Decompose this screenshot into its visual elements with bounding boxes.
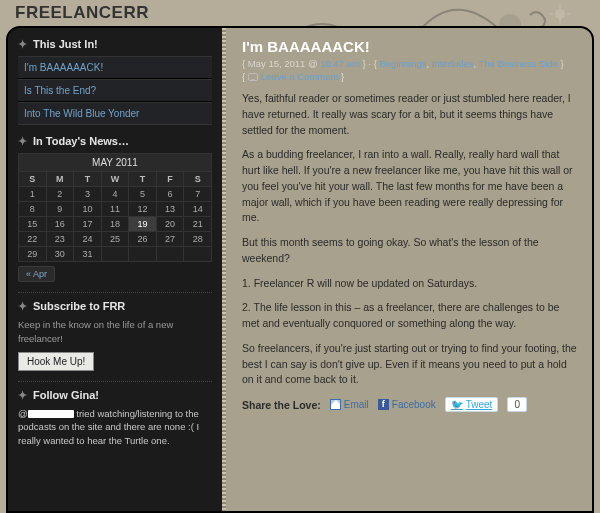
widget-title: This Just In!: [33, 38, 98, 50]
sparkle-icon: ✦: [18, 301, 28, 311]
calendar-dow: S: [184, 172, 212, 187]
twitter-icon: 🐦: [451, 399, 463, 410]
recent-post-link[interactable]: I'm BAAAAAACK!: [18, 56, 212, 79]
share-label: Share the Love:: [242, 399, 321, 411]
post-meta: { May 15, 2011 @ 10:47 am } · { Beginnin…: [242, 58, 578, 69]
brace: }: [338, 71, 344, 82]
leave-comment-link[interactable]: Leave a Comment: [261, 71, 339, 82]
calendar-day[interactable]: 6: [156, 187, 184, 202]
paragraph: So freelancers, if you're just starting …: [242, 341, 578, 388]
subscribe-button[interactable]: Hook Me Up!: [18, 352, 94, 371]
calendar-day[interactable]: 4: [101, 187, 129, 202]
recent-post-link[interactable]: Is This the End?: [18, 79, 212, 102]
calendar-day[interactable]: 23: [46, 232, 74, 247]
recent-post-link[interactable]: Into The Wild Blue Yonder: [18, 102, 212, 125]
widget-title: In Today's News…: [33, 135, 129, 147]
separator: [18, 292, 212, 293]
category-link[interactable]: Beginnings: [380, 58, 427, 69]
content-frame: ✦ This Just In! I'm BAAAAAACK! Is This t…: [6, 26, 594, 513]
calendar-day[interactable]: 26: [129, 232, 157, 247]
follow-tweet-text: @ tried watching/listening to the podcas…: [18, 407, 212, 448]
calendar-day[interactable]: 2: [46, 187, 74, 202]
calendar-day[interactable]: 28: [184, 232, 212, 247]
calendar-day[interactable]: 13: [156, 202, 184, 217]
calendar-day[interactable]: 19: [129, 217, 157, 232]
calendar-dow: W: [101, 172, 129, 187]
site-title[interactable]: FREELANCERR: [15, 3, 585, 23]
share-email-text: Email: [344, 399, 369, 410]
recent-posts-list: I'm BAAAAAACK! Is This the End? Into The…: [18, 56, 212, 125]
calendar-table: MAY 2011 SMTWTFS 12345678910111213141516…: [18, 153, 212, 262]
widget-follow: ✦ Follow Gina! @ tried watching/listenin…: [18, 389, 212, 448]
sparkle-icon: ✦: [18, 136, 28, 146]
sparkle-icon: ✦: [18, 39, 28, 49]
paragraph: As a budding freelancer, I ran into a wa…: [242, 147, 578, 226]
mail-icon: [330, 399, 341, 410]
widget-subscribe: ✦ Subscribe to FRR Keep in the know on t…: [18, 300, 212, 371]
share-row: Share the Love: Email f Facebook 🐦 Tweet…: [242, 397, 578, 412]
calendar-day[interactable]: 30: [46, 247, 74, 262]
post-comments-meta: { Leave a Comment }: [242, 71, 578, 82]
calendar-dow: T: [74, 172, 102, 187]
calendar-dow: T: [129, 172, 157, 187]
calendar-day[interactable]: 8: [19, 202, 47, 217]
calendar-day[interactable]: 15: [19, 217, 47, 232]
widget-title: Follow Gina!: [33, 389, 99, 401]
post-date: May 15, 2011: [248, 58, 306, 69]
main-content: I'm BAAAAAACK! { May 15, 2011 @ 10:47 am…: [222, 28, 592, 511]
comment-icon: [248, 73, 258, 81]
calendar-dow: S: [19, 172, 47, 187]
post-time-link[interactable]: 10:47 am: [320, 58, 360, 69]
tweet-button[interactable]: 🐦 Tweet: [445, 397, 499, 412]
share-email-link[interactable]: Email: [330, 399, 369, 410]
calendar-day[interactable]: 11: [101, 202, 129, 217]
calendar-day[interactable]: 12: [129, 202, 157, 217]
calendar-dow: M: [46, 172, 74, 187]
calendar-day[interactable]: 7: [184, 187, 212, 202]
calendar-day[interactable]: 10: [74, 202, 102, 217]
calendar-day[interactable]: 21: [184, 217, 212, 232]
brace: {: [242, 71, 248, 82]
brace-sep: } · {: [363, 58, 380, 69]
calendar-day: [184, 247, 212, 262]
sidebar: ✦ This Just In! I'm BAAAAAACK! Is This t…: [8, 28, 222, 511]
calendar-day[interactable]: 20: [156, 217, 184, 232]
sparkle-icon: ✦: [18, 390, 28, 400]
calendar-day[interactable]: 3: [74, 187, 102, 202]
category-link[interactable]: The Business Side: [479, 58, 558, 69]
tweet-text: Tweet: [466, 399, 493, 410]
calendar-day[interactable]: 18: [101, 217, 129, 232]
paragraph: Yes, faithful reader or sometimes reader…: [242, 91, 578, 138]
calendar-day: [129, 247, 157, 262]
brace: }: [558, 58, 564, 69]
subscribe-desc: Keep in the know on the life of a new fr…: [18, 318, 212, 346]
calendar-day[interactable]: 17: [74, 217, 102, 232]
facebook-icon: f: [378, 399, 389, 410]
calendar-day[interactable]: 14: [184, 202, 212, 217]
separator: [18, 381, 212, 382]
calendar-prev-link[interactable]: « Apr: [18, 266, 55, 282]
share-facebook-link[interactable]: f Facebook: [378, 399, 436, 410]
calendar-day[interactable]: 5: [129, 187, 157, 202]
widget-calendar: ✦ In Today's News… MAY 2011 SMTWTFS 1234…: [18, 135, 212, 282]
post-body: Yes, faithful reader or sometimes reader…: [242, 91, 578, 388]
share-facebook-text: Facebook: [392, 399, 436, 410]
calendar-day[interactable]: 29: [19, 247, 47, 262]
calendar-day[interactable]: 24: [74, 232, 102, 247]
category-link[interactable]: Interludes: [432, 58, 474, 69]
tweet-count: 0: [507, 397, 527, 412]
paragraph: But this month seems to going okay. So w…: [242, 235, 578, 267]
calendar-day[interactable]: 31: [74, 247, 102, 262]
paragraph: 1. Freelancer R will now be updated on S…: [242, 276, 578, 292]
calendar-day[interactable]: 1: [19, 187, 47, 202]
calendar-caption: MAY 2011: [18, 153, 212, 171]
widget-title: Subscribe to FRR: [33, 300, 125, 312]
at: @: [305, 58, 320, 69]
calendar-day[interactable]: 16: [46, 217, 74, 232]
calendar-day[interactable]: 25: [101, 232, 129, 247]
calendar-day[interactable]: 27: [156, 232, 184, 247]
calendar-dow: F: [156, 172, 184, 187]
calendar-day[interactable]: 22: [19, 232, 47, 247]
calendar-day: [101, 247, 129, 262]
calendar-day[interactable]: 9: [46, 202, 74, 217]
